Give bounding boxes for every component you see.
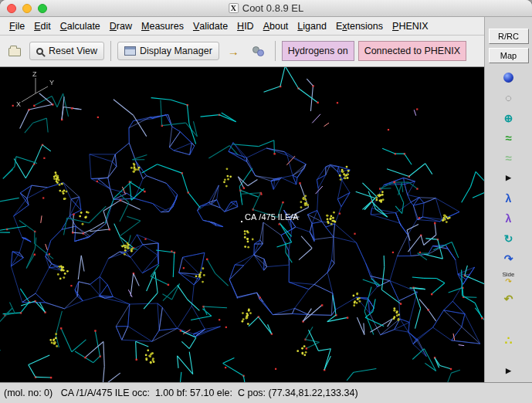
reset-view-button[interactable]: Reset View bbox=[29, 42, 104, 60]
menu-validate[interactable]: Validate bbox=[188, 17, 232, 35]
go-to-atom-button[interactable]: → bbox=[224, 42, 243, 60]
close-button[interactable] bbox=[7, 4, 16, 13]
hydrogens-toggle[interactable]: Hydrogens on bbox=[282, 41, 354, 61]
menu-edit[interactable]: Edit bbox=[29, 17, 56, 35]
traffic-lights bbox=[7, 4, 47, 13]
flip-peptide-icon[interactable]: ↷ bbox=[504, 252, 513, 265]
menu-measures[interactable]: Measures bbox=[137, 17, 188, 35]
map-label: Map bbox=[500, 51, 517, 60]
menu-ligand[interactable]: Ligand bbox=[293, 17, 331, 35]
rotamers-icon[interactable]: λ bbox=[506, 191, 512, 205]
map-button[interactable]: Map bbox=[489, 48, 529, 63]
title-center: X Coot 0.8.9 EL bbox=[229, 0, 304, 16]
toolbar-separator bbox=[110, 41, 111, 61]
magnifier-icon bbox=[36, 48, 43, 55]
titlebar: X Coot 0.8.9 EL bbox=[0, 0, 532, 17]
bottom-expander-icon[interactable]: ▶ bbox=[506, 364, 511, 378]
molecular-viewport[interactable] bbox=[0, 67, 484, 382]
toolbar-separator bbox=[275, 41, 276, 61]
minimize-button[interactable] bbox=[22, 4, 32, 13]
dotted-circle-icon[interactable]: ◌ bbox=[505, 91, 512, 104]
atoms-icon bbox=[252, 46, 265, 56]
folder-icon bbox=[8, 48, 21, 56]
menubar: FileEditCalculateDrawMeasuresValidateHID… bbox=[0, 17, 484, 36]
menu-phenix[interactable]: PHENIX bbox=[388, 17, 433, 35]
phenix-label: Connected to PHENIX bbox=[364, 46, 460, 56]
real-space-refine-icon[interactable]: ≈ bbox=[505, 131, 511, 144]
display-manager-button[interactable]: Display Manager bbox=[117, 42, 219, 60]
add-alt-conf-icon[interactable]: ∴ bbox=[505, 334, 513, 347]
sidebar-icon-column: ◌⊕≈≈▶λλ↻↷Side↷↶∴▶ bbox=[485, 63, 532, 382]
menu-calculate[interactable]: Calculate bbox=[56, 17, 105, 35]
reset-view-label: Reset View bbox=[49, 46, 97, 56]
rrc-button[interactable]: R/RC bbox=[489, 29, 529, 44]
modelling-sidebar: R/RC Map ◌⊕≈≈▶λλ↻↷Side↷↶∴▶ bbox=[484, 17, 532, 382]
side-chain-flip-icon[interactable]: Side↷ bbox=[502, 272, 514, 285]
jed-flip-icon[interactable]: ↶ bbox=[504, 292, 513, 305]
toolbar: Reset View Display Manager → Hydrogens o… bbox=[0, 36, 484, 67]
menu-about[interactable]: About bbox=[259, 17, 293, 35]
coot-window: X Coot 0.8.9 EL FileEditCalculateDrawMea… bbox=[0, 0, 532, 403]
rotate-translate-icon[interactable]: ↻ bbox=[504, 232, 513, 245]
window-title: Coot 0.8.9 EL bbox=[242, 2, 304, 14]
menu-hid[interactable]: HID bbox=[232, 17, 259, 35]
rigid-body-fit-icon[interactable]: ⊕ bbox=[504, 111, 513, 124]
auto-fit-rotamer-icon[interactable]: λ bbox=[506, 212, 512, 225]
hydrogens-label: Hydrogens on bbox=[288, 46, 348, 56]
go-to-ligand-button[interactable] bbox=[248, 42, 269, 59]
display-manager-label: Display Manager bbox=[140, 46, 212, 56]
menu-extensions[interactable]: Extensions bbox=[331, 17, 388, 35]
display-icon bbox=[124, 46, 136, 56]
zoom-button[interactable] bbox=[38, 4, 47, 13]
menu-file[interactable]: File bbox=[5, 17, 29, 35]
blue-sphere-icon[interactable] bbox=[503, 71, 513, 84]
open-file-button[interactable] bbox=[5, 42, 25, 59]
expander-icon[interactable]: ▶ bbox=[506, 171, 511, 185]
go-to-atom-icon: → bbox=[228, 46, 239, 57]
rrc-label: R/RC bbox=[498, 32, 519, 41]
x11-icon: X bbox=[229, 3, 239, 13]
statusbar: (mol. no: 0) CA /1/A/475 ILE occ: 1.00 b… bbox=[0, 382, 532, 403]
status-text: (mol. no: 0) CA /1/A/475 ILE occ: 1.00 b… bbox=[4, 388, 358, 398]
menu-draw[interactable]: Draw bbox=[105, 17, 137, 35]
regularize-zone-icon[interactable]: ≈ bbox=[505, 151, 511, 164]
phenix-connection-badge[interactable]: Connected to PHENIX bbox=[358, 41, 466, 61]
